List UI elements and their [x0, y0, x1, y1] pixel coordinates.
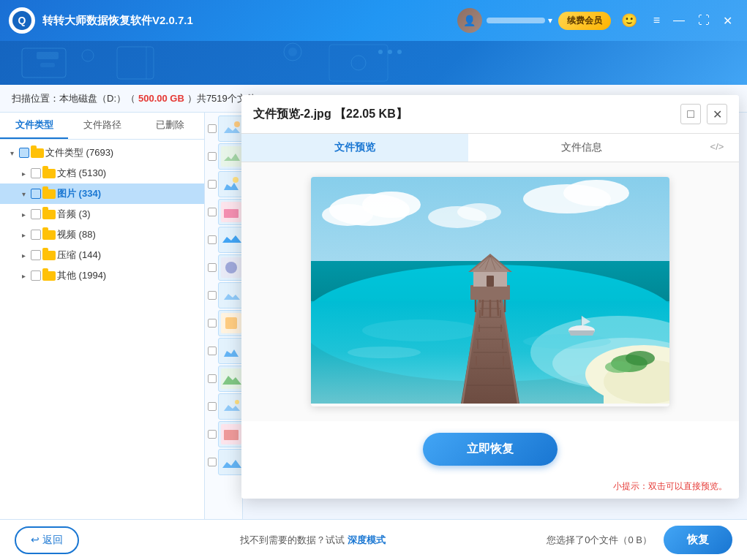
tree-label: 压缩 (144): [57, 249, 101, 262]
tree-item-root[interactable]: ▾ 文件类型 (7693): [0, 143, 204, 163]
preview-close-button[interactable]: ✕: [707, 104, 727, 124]
thumb-item[interactable]: [218, 282, 243, 309]
thumb-item[interactable]: [218, 421, 243, 447]
minimize-button[interactable]: —: [667, 11, 691, 30]
tree-item-doc[interactable]: ▸ 文档 (5130): [0, 163, 204, 183]
app-logo: Q: [9, 7, 35, 34]
thumb-row[interactable]: [208, 227, 239, 253]
user-avatar-area[interactable]: 👤 ▾: [457, 8, 552, 33]
mini-checkbox[interactable]: [208, 180, 217, 189]
back-button[interactable]: ↩ 返回: [15, 526, 79, 554]
thumb-item[interactable]: [218, 449, 243, 475]
thumb-item[interactable]: [218, 254, 243, 281]
mini-checkbox[interactable]: [208, 263, 217, 272]
svg-rect-2: [40, 63, 55, 67]
tree-checkbox[interactable]: [31, 270, 41, 281]
thumb-row[interactable]: [208, 338, 239, 364]
thumb-item[interactable]: [218, 310, 243, 336]
toggle-icon: ▸: [18, 208, 29, 220]
thumb-item[interactable]: [218, 171, 243, 197]
mini-checkbox[interactable]: [208, 374, 217, 383]
main-recover-button[interactable]: 恢复: [664, 526, 732, 554]
preview-panel: 文件预览-2.jpg 【22.05 KB】 □ ✕ 文件预览 文件信息 </>: [241, 95, 739, 499]
thumb-row[interactable]: [208, 449, 239, 475]
svg-rect-25: [225, 317, 237, 329]
mini-checkbox[interactable]: [208, 402, 217, 411]
deep-mode-link[interactable]: 深度模式: [348, 534, 386, 545]
tree-checkbox[interactable]: [31, 209, 41, 219]
svg-rect-4: [117, 47, 154, 79]
toggle-icon: ▾: [18, 188, 29, 200]
tree-checkbox[interactable]: [31, 168, 41, 178]
username-area: ▾: [487, 15, 552, 26]
tree-item-other[interactable]: ▸ 其他 (1994): [0, 265, 204, 286]
mini-checkbox[interactable]: [208, 208, 217, 216]
thumb-item[interactable]: [218, 366, 243, 392]
tab-file-path[interactable]: 文件路径: [68, 113, 136, 139]
svg-line-85: [498, 300, 498, 316]
mini-checkbox[interactable]: [208, 124, 217, 133]
mini-checkbox[interactable]: [208, 319, 217, 328]
titlebar-right: 👤 ▾ 续费会员 🙂 ≡ — ⛶ ✕: [457, 8, 738, 33]
face-icon-button[interactable]: 🙂: [617, 10, 642, 31]
tree-item-image[interactable]: ▾ 图片 (334): [0, 183, 204, 204]
thumb-item[interactable]: [218, 393, 243, 420]
thumb-item[interactable]: [218, 143, 243, 170]
svg-point-49: [362, 319, 479, 341]
svg-point-11: [388, 50, 392, 54]
svg-rect-8: [329, 45, 388, 81]
tree-item-video[interactable]: ▸ 视频 (88): [0, 224, 204, 245]
thumb-row[interactable]: [208, 171, 239, 197]
thumb-row[interactable]: [208, 116, 239, 142]
tab-file-preview[interactable]: 文件预览: [241, 134, 468, 162]
tree-view: ▾ 文件类型 (7693) ▸ 文档 (5130) ▾: [0, 140, 204, 519]
folder-icon: [42, 209, 56, 219]
folder-icon: [42, 230, 56, 240]
maximize-button[interactable]: ⛶: [692, 11, 716, 30]
thumb-row[interactable]: [208, 310, 239, 336]
mini-checkbox[interactable]: [208, 152, 217, 161]
tree-checkbox[interactable]: [19, 148, 29, 158]
tree-item-archive[interactable]: ▸ 压缩 (144): [0, 245, 204, 265]
tree-checkbox[interactable]: [31, 230, 41, 240]
mini-checkbox[interactable]: [208, 235, 217, 244]
tree-label: 视频 (88): [57, 228, 96, 241]
mini-checkbox[interactable]: [208, 430, 217, 439]
svg-marker-88: [568, 330, 595, 336]
svg-rect-73: [470, 285, 510, 300]
svg-rect-28: [221, 396, 241, 417]
tree-checkbox[interactable]: [31, 250, 41, 260]
mini-checkbox[interactable]: [208, 347, 217, 355]
mini-checkbox[interactable]: [208, 291, 217, 300]
sub-header-decor: [0, 41, 747, 85]
preview-maximize-button[interactable]: □: [680, 104, 701, 124]
thumb-row[interactable]: [208, 254, 239, 281]
mini-checkbox[interactable]: [208, 458, 217, 466]
chevron-down-icon: ▾: [548, 15, 552, 26]
menu-button[interactable]: ≡: [647, 11, 666, 30]
thumb-item[interactable]: [218, 227, 243, 253]
thumb-row[interactable]: [208, 421, 239, 447]
thumb-row[interactable]: [208, 199, 239, 225]
thumb-row[interactable]: [208, 366, 239, 392]
help-text: 找不到需要的数据？试试: [240, 534, 345, 545]
tab-deleted[interactable]: 已删除: [136, 113, 204, 139]
tab-file-type[interactable]: 文件类型: [0, 113, 68, 139]
tab-file-info[interactable]: 文件信息: [468, 134, 695, 162]
immediate-recover-button[interactable]: 立即恢复: [423, 433, 558, 466]
thumb-row[interactable]: [208, 143, 239, 170]
preview-window-controls: □ ✕: [680, 104, 727, 124]
vip-button[interactable]: 续费会员: [558, 12, 611, 30]
thumb-item[interactable]: [218, 116, 243, 142]
username-bar: [487, 18, 545, 23]
thumb-row[interactable]: [208, 282, 239, 309]
tree-checkbox[interactable]: [31, 189, 41, 199]
tree-item-audio[interactable]: ▸ 音频 (3): [0, 204, 204, 224]
thumb-item[interactable]: [218, 199, 243, 225]
thumb-row[interactable]: [208, 393, 239, 420]
close-button[interactable]: ✕: [717, 11, 738, 31]
folder-icon: [42, 189, 56, 199]
tab-code[interactable]: </>: [695, 134, 739, 162]
thumb-item[interactable]: [218, 338, 243, 364]
bottom-center-text: 找不到需要的数据？试试 深度模式: [240, 534, 386, 547]
